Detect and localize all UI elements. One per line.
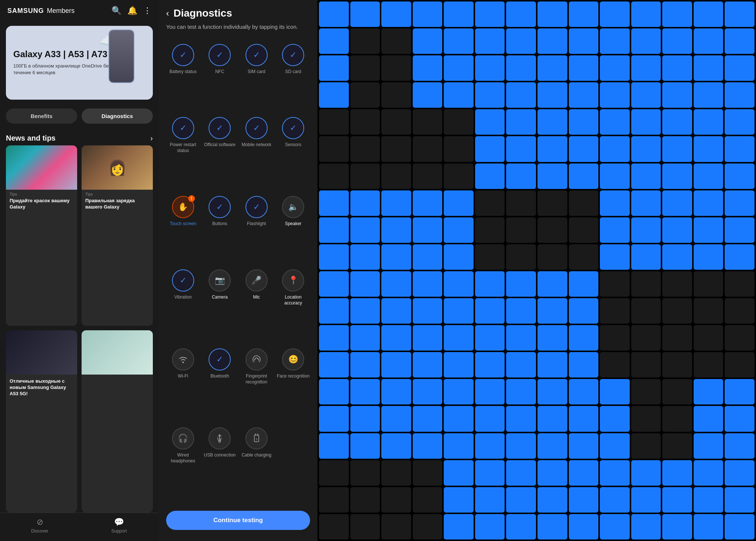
grid-cell-11-13 <box>662 352 692 378</box>
sensors-label: Sensors <box>285 142 301 148</box>
diag-item-fingerprint[interactable]: Fingerprint recognition <box>238 344 275 423</box>
grid-cell-2-11 <box>381 298 411 324</box>
grid-cell-10-15 <box>631 406 661 431</box>
search-icon[interactable]: 🔍 <box>111 6 121 15</box>
grid-cell-5-10 <box>475 271 505 297</box>
diag-item-wifi[interactable]: Wi-Fi <box>165 344 202 423</box>
diag-item-speaker[interactable]: 🔈 Speaker <box>275 192 312 265</box>
bottom-nav-support[interactable]: 💬 Support <box>79 517 159 534</box>
news-card-4[interactable] <box>82 330 153 513</box>
grid-cell-10-1 <box>631 28 661 54</box>
news-card-1[interactable]: Tips Придайте красок вашему Galaxy <box>6 145 77 326</box>
bottom-nav-discover[interactable]: ⊘ Discover <box>0 517 79 534</box>
notification-icon[interactable]: 🔔 <box>127 6 137 15</box>
grid-cell-1-6 <box>350 163 380 189</box>
grid-cell-7-3 <box>537 82 567 108</box>
diagnostics-button[interactable]: Diagnostics <box>82 108 153 124</box>
grid-cell-8-16 <box>569 433 599 459</box>
support-icon: 💬 <box>114 517 124 527</box>
news-card-3[interactable]: Отличные выходные с новым Samsung Galaxy… <box>6 330 77 513</box>
grid-cell-9-8 <box>600 217 630 243</box>
grid-cell-12-1 <box>694 28 724 54</box>
charging-label: Cable charging <box>241 452 271 458</box>
diag-item-location[interactable]: 📍 Location accuracy <box>275 265 312 344</box>
grid-cell-9-15 <box>600 406 630 431</box>
diag-item-touch[interactable]: ✋ ! Touch screen <box>165 192 202 265</box>
news-card-2[interactable]: 👩 Tips Правильная зарядка вашего Galaxy <box>82 145 153 326</box>
diag-item-mic[interactable]: 🎤 Mic <box>238 265 275 344</box>
diag-item-network[interactable]: ✓ Mobile network <box>238 113 275 192</box>
more-options-icon[interactable]: ⋮ <box>143 6 151 15</box>
diag-item-sim[interactable]: ✓ SIM card <box>238 39 275 113</box>
diag-item-battery[interactable]: ✓ Battery status <box>165 39 202 113</box>
grid-cell-8-3 <box>569 82 599 108</box>
grid-cell-9-12 <box>600 325 630 351</box>
grid-cell-9-10 <box>600 271 630 297</box>
network-label: Mobile network <box>241 142 271 148</box>
grid-cell-11-19 <box>662 514 692 540</box>
grid-cell-8-4 <box>569 109 599 135</box>
grid-cell-13-8 <box>725 217 755 243</box>
diag-item-flashlight[interactable]: ✓ Flashlight <box>238 192 275 265</box>
grid-cell-13-1 <box>725 28 755 54</box>
grid-cell-3-16 <box>413 433 443 459</box>
diag-item-buttons[interactable]: ✓ Buttons <box>202 192 238 265</box>
grid-cell-0-19 <box>319 514 349 540</box>
left-panel: SAMSUNG Members 🔍 🔔 ⋮ ☁️ Galaxy A33 | A5… <box>0 0 159 541</box>
buttons-label: Buttons <box>212 221 227 227</box>
back-button[interactable]: ‹ <box>166 8 169 18</box>
news-title-4 <box>82 378 153 381</box>
header-icons: 🔍 🔔 ⋮ <box>111 6 151 15</box>
grid-cell-5-2 <box>475 55 505 81</box>
grid-cell-11-1 <box>662 28 692 54</box>
grid-cell-8-18 <box>569 487 599 513</box>
promo-banner[interactable]: ☁️ Galaxy A33 | A53 | A73 100ГБ в облачн… <box>6 26 153 100</box>
news-title-2: Правильная зарядка вашего Galaxy <box>82 197 153 213</box>
grid-cell-0-14 <box>319 379 349 404</box>
flashlight-check-icon: ✓ <box>253 202 260 212</box>
diag-item-sd[interactable]: ✓ SD card <box>275 39 312 113</box>
grid-cell-3-17 <box>413 460 443 486</box>
grid-cell-4-3 <box>444 82 474 108</box>
grid-cell-4-14 <box>444 379 474 404</box>
grid-cell-7-0 <box>537 1 567 27</box>
diag-item-software[interactable]: ✓ Official software <box>202 113 238 192</box>
samsung-wordmark: SAMSUNG <box>7 7 44 15</box>
grid-cell-5-5 <box>475 136 505 162</box>
grid-cell-1-17 <box>350 460 380 486</box>
grid-cell-1-19 <box>350 514 380 540</box>
grid-cell-10-0 <box>631 1 661 27</box>
continue-testing-button[interactable]: Continue testing <box>166 511 310 530</box>
diag-item-nfc[interactable]: ✓ NFC <box>202 39 238 113</box>
grid-cell-2-13 <box>381 352 411 378</box>
samsung-logo: SAMSUNG Members <box>7 7 75 15</box>
diag-item-usb[interactable]: USB connection <box>202 423 238 502</box>
benefits-button[interactable]: Benefits <box>6 108 77 124</box>
news-chevron-icon[interactable]: › <box>150 134 153 142</box>
grid-cell-10-11 <box>631 298 661 324</box>
diagnostics-header: ‹ Diagnostics <box>159 0 317 23</box>
grid-cell-6-9 <box>506 244 536 270</box>
diag-item-bluetooth[interactable]: ✓ Bluetooth <box>202 344 238 423</box>
app-header: SAMSUNG Members 🔍 🔔 ⋮ <box>0 0 159 21</box>
grid-cell-13-12 <box>725 325 755 351</box>
grid-cell-13-14 <box>725 379 755 404</box>
grid-cell-7-11 <box>537 298 567 324</box>
diag-item-camera[interactable]: 📷 Camera <box>202 265 238 344</box>
grid-cell-4-5 <box>444 136 474 162</box>
diag-item-headphones[interactable]: 🎧 Wired headphones <box>165 423 202 502</box>
flashlight-circle: ✓ <box>245 196 268 218</box>
diag-item-vibration[interactable]: ✓ Vibration <box>165 265 202 344</box>
grid-cell-6-7 <box>506 190 536 216</box>
diag-item-charging[interactable]: Cable charging <box>238 423 275 502</box>
grid-cell-12-5 <box>694 136 724 162</box>
diag-item-face[interactable]: 😊 Face recognition <box>275 344 312 423</box>
buttons-circle: ✓ <box>209 196 231 218</box>
diag-item-power[interactable]: ✓ Power restart status <box>165 113 202 192</box>
grid-cell-0-4 <box>319 109 349 135</box>
grid-cell-3-1 <box>413 28 443 54</box>
grid-cell-9-11 <box>600 298 630 324</box>
grid-cell-5-16 <box>475 433 505 459</box>
speaker-circle: 🔈 <box>282 196 304 218</box>
diag-item-sensors[interactable]: ✓ Sensors <box>275 113 312 192</box>
